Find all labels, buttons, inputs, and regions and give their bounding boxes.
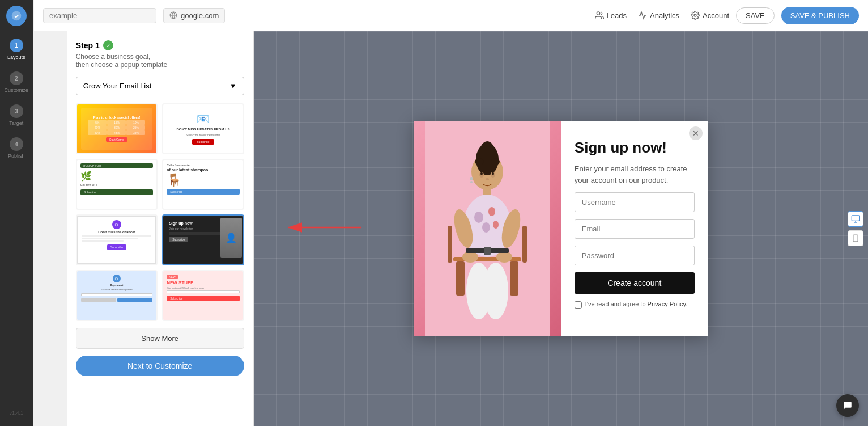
device-panel	[848, 211, 863, 246]
left-panel: Step 1 ✓ Choose a business goal, then ch…	[67, 31, 254, 426]
svg-point-23	[493, 221, 499, 229]
canvas-area: ✕ Sign up now! Enter your email address …	[254, 31, 868, 426]
template-grid: Play to unlock special offers! 5%15%10% …	[76, 103, 244, 321]
svg-rect-38	[484, 247, 491, 255]
chevron-down-icon: ▼	[229, 82, 237, 90]
sidebar-step-target[interactable]: 3 Target	[0, 100, 33, 130]
privacy-text: I've read and agree to Privacy Policy.	[585, 301, 687, 307]
url-input[interactable]	[49, 11, 117, 20]
svg-point-31	[470, 181, 473, 183]
url-field[interactable]	[43, 8, 156, 23]
svg-rect-42	[853, 235, 858, 242]
step-label-publish: Publish	[8, 153, 25, 159]
step-num-1: 1	[10, 39, 23, 52]
mobile-icon[interactable]	[848, 230, 863, 246]
step-num-4: 4	[10, 137, 23, 151]
svg-rect-10	[510, 261, 518, 296]
leads-nav[interactable]: Leads	[595, 11, 627, 20]
svg-point-0	[11, 11, 21, 21]
svg-point-29	[483, 263, 508, 319]
popup-image	[414, 121, 561, 336]
analytics-nav[interactable]: Analytics	[638, 11, 679, 20]
password-input[interactable]	[575, 246, 695, 265]
step-label-customize: Customize	[5, 87, 29, 93]
privacy-checkbox-row: I've read and agree to Privacy Policy.	[575, 301, 695, 309]
template-item-6[interactable]: ✓ Sign up now Join our newsletter Subscr…	[162, 214, 244, 265]
template-item-5[interactable]: ⊙ Don't miss the chance! Subscribe	[76, 214, 158, 265]
desktop-icon[interactable]	[848, 211, 863, 227]
sidebar-step-customize[interactable]: 2 Customize	[0, 67, 33, 98]
popup-description: Enter your email address to create your …	[575, 163, 695, 185]
sidebar-step-publish[interactable]: 4 Publish	[0, 133, 33, 163]
analytics-label: Analytics	[650, 11, 679, 20]
privacy-checkbox[interactable]	[575, 301, 582, 309]
popup-close-button[interactable]: ✕	[689, 126, 703, 140]
popup-title: Sign up now!	[575, 139, 695, 157]
svg-point-4	[694, 14, 696, 16]
sidebar-step-layouts[interactable]: 1 Layouts	[0, 34, 33, 65]
privacy-policy-link[interactable]: Privacy Policy.	[648, 301, 688, 307]
create-account-button[interactable]: Create account	[575, 272, 695, 294]
svg-point-17	[491, 158, 500, 165]
step-num-2: 2	[10, 71, 23, 85]
svg-rect-9	[456, 261, 465, 296]
template-item-2[interactable]: 📧 DON'T MISS UPDATES FROM US Subscribe t…	[162, 103, 244, 154]
popup-modal: ✕ Sign up now! Enter your email address …	[414, 121, 708, 336]
step-num-3: 3	[10, 104, 23, 118]
svg-point-36	[486, 178, 489, 180]
account-label: Account	[703, 11, 729, 20]
template-item-1[interactable]: Play to unlock special offers! 5%15%10% …	[76, 103, 158, 154]
svg-point-21	[488, 207, 495, 216]
svg-point-3	[597, 12, 599, 15]
topbar: google.com Leads Analytics Account SAVE …	[34, 0, 868, 31]
popup-right: ✕ Sign up now! Enter your email address …	[561, 121, 708, 336]
arrow-indicator	[282, 216, 367, 241]
svg-rect-39	[852, 216, 859, 221]
step-label-layouts: Layouts	[7, 54, 25, 60]
save-publish-button[interactable]: SAVE & PUBLISH	[781, 7, 859, 24]
email-input[interactable]	[575, 219, 695, 239]
save-button[interactable]: SAVE	[736, 7, 775, 24]
version-label: v1.4.1	[10, 410, 24, 420]
account-nav[interactable]: Account	[691, 11, 729, 20]
svg-rect-11	[448, 226, 452, 263]
step-description: Choose a business goal, then choose a po…	[76, 53, 244, 69]
step-header: Step 1 ✓	[76, 40, 244, 50]
template-item-4[interactable]: Call a free sample of our latest shampoo…	[162, 159, 244, 210]
template-item-3[interactable]: SIGN UP FOR 🌿 Get 30% OFF Subscribe	[76, 159, 158, 210]
svg-point-35	[492, 172, 494, 175]
logo[interactable]	[6, 6, 27, 26]
goal-dropdown-value: Grow Your Email List	[83, 82, 152, 90]
domain-text: google.com	[181, 11, 219, 20]
topbar-nav: Leads Analytics Account	[595, 11, 729, 20]
username-input[interactable]	[575, 192, 695, 212]
svg-point-30	[470, 177, 473, 180]
chat-fab[interactable]	[836, 394, 859, 417]
sidebar: 1 Layouts 2 Customize 3 Target 4 Publish…	[0, 0, 33, 426]
step-number: Step 1	[76, 41, 100, 50]
template-item-8[interactable]: NEW NEW STUFF Sign up to get 15% off you…	[162, 270, 244, 321]
domain-field: google.com	[163, 8, 225, 23]
leads-label: Leads	[607, 11, 627, 20]
svg-point-34	[480, 172, 483, 175]
svg-point-20	[474, 212, 483, 223]
svg-point-22	[482, 222, 490, 233]
next-customize-button[interactable]: Next to Customize	[76, 356, 244, 376]
svg-rect-12	[522, 226, 527, 263]
goal-dropdown[interactable]: Grow Your Email List ▼	[76, 77, 244, 95]
step-label-target: Target	[9, 120, 23, 126]
template-item-7[interactable]: ⊙ Popomart Exclusive offers from Popomar…	[76, 270, 158, 321]
show-more-button[interactable]: Show More	[76, 328, 244, 349]
svg-point-16	[475, 158, 484, 165]
step-check-icon: ✓	[103, 40, 113, 50]
